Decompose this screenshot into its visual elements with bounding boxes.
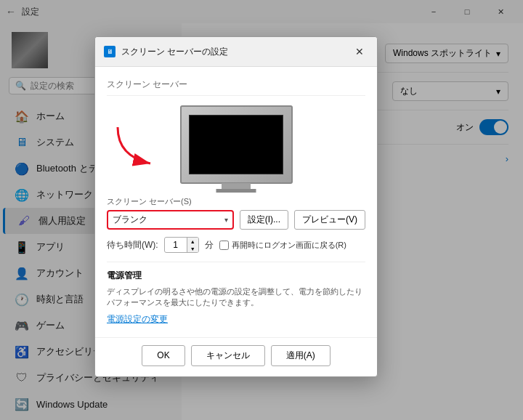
- settings-button[interactable]: 設定(I)...: [240, 210, 288, 230]
- main-window: ← 設定 − □ ✕ 🔍 🏠 ホーム: [0, 0, 523, 420]
- screensaver-field-label: スクリーン セーバー(S): [107, 196, 365, 207]
- resume-label-text: 再開時にログオン画面に戻る(R): [232, 240, 346, 251]
- screensaver-selector-row: ブランク ▾ 設定(I)... プレビュー(V): [107, 210, 365, 230]
- monitor-base: [216, 189, 256, 193]
- dialog-overlay: 🖥 スクリーン セーバーの設定 ✕ スクリーン セーバー: [0, 0, 523, 420]
- spinner-buttons: ▲ ▼: [187, 238, 198, 252]
- dialog-footer: OK キャンセル 適用(A): [95, 337, 377, 376]
- ok-button[interactable]: OK: [142, 345, 185, 366]
- preview-container: [178, 105, 294, 185]
- dialog-close-button[interactable]: ✕: [351, 43, 368, 60]
- monitor-outer: [180, 105, 293, 184]
- wait-label: 待ち時間(W):: [107, 239, 158, 251]
- screensaver-dialog: 🖥 スクリーン セーバーの設定 ✕ スクリーン セーバー: [94, 36, 378, 377]
- dialog-body: スクリーン セーバー スクリーン セーバー(S) ブランク ▾: [95, 67, 377, 337]
- power-section: 電源管理 ディスプレイの明るさや他の電源の設定を調整して、電力を節約したりパフォ…: [107, 262, 365, 326]
- spinner-up-button[interactable]: ▲: [187, 238, 198, 245]
- monitor-stand: [222, 183, 251, 189]
- resume-checkbox[interactable]: [219, 241, 229, 250]
- apply-button[interactable]: 適用(A): [271, 345, 331, 366]
- screensaver-chevron-icon: ▾: [224, 216, 228, 224]
- power-link[interactable]: 電源設定の変更: [107, 314, 168, 324]
- wait-row: 待ち時間(W): 1 ▲ ▼ 分 再開時にログオン画面に戻る(R): [107, 237, 365, 253]
- dialog-icon-inner: 🖥: [107, 48, 113, 55]
- power-desc: ディスプレイの明るさや他の電源の設定を調整して、電力を節約したりパフォーマンスを…: [107, 286, 365, 309]
- resume-checkbox-label[interactable]: 再開時にログオン画面に戻る(R): [219, 240, 346, 251]
- dialog-title-left: 🖥 スクリーン セーバーの設定: [104, 46, 228, 58]
- minutes-label: 分: [205, 239, 214, 251]
- screensaver-dropdown[interactable]: ブランク ▾: [107, 210, 234, 230]
- screensaver-dropdown-value: ブランク: [113, 214, 147, 226]
- dialog-title-text: スクリーン セーバーの設定: [121, 46, 228, 58]
- spinner-down-button[interactable]: ▼: [187, 245, 198, 252]
- preview-button[interactable]: プレビュー(V): [294, 210, 365, 230]
- cancel-button[interactable]: キャンセル: [191, 345, 265, 366]
- monitor-screen: [189, 115, 283, 174]
- power-title: 電源管理: [107, 270, 365, 282]
- dialog-app-icon: 🖥: [104, 46, 115, 57]
- wait-spinner[interactable]: 1 ▲ ▼: [164, 237, 199, 253]
- wait-value[interactable]: 1: [165, 238, 187, 251]
- dialog-titlebar: 🖥 スクリーン セーバーの設定 ✕: [95, 37, 377, 67]
- dialog-section-title: スクリーン セーバー: [107, 78, 365, 96]
